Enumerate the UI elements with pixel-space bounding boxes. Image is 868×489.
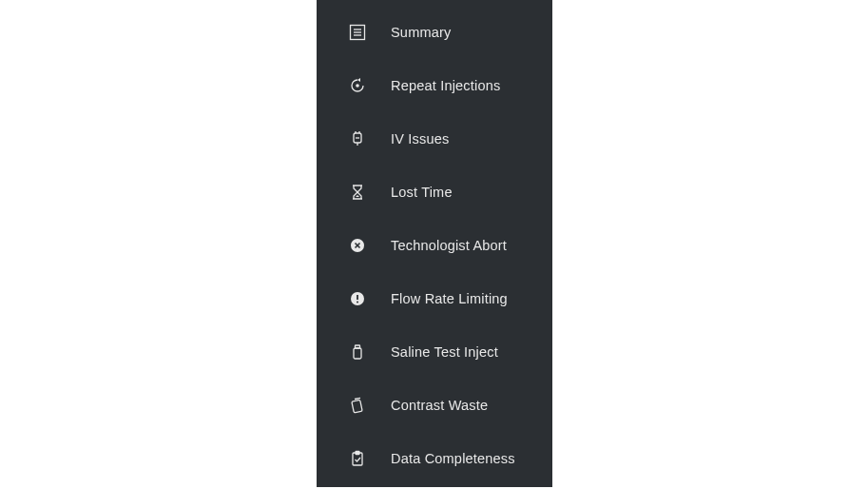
- svg-rect-17: [356, 345, 360, 348]
- sidebar-item-iv-issues[interactable]: IV Issues: [317, 112, 552, 166]
- sidebar-item-data-completeness[interactable]: Data Completeness: [317, 432, 552, 485]
- svg-rect-18: [352, 400, 362, 413]
- waste-icon: [349, 397, 366, 414]
- svg-line-19: [355, 398, 360, 399]
- sidebar-item-label: Technologist Abort: [391, 238, 507, 253]
- svg-point-4: [356, 84, 359, 88]
- svg-rect-21: [356, 452, 359, 455]
- svg-point-15: [357, 302, 358, 303]
- sidebar-item-label: IV Issues: [391, 131, 449, 147]
- sidebar-item-technologist-abort[interactable]: Technologist Abort: [317, 219, 552, 272]
- sidebar-item-contrast-waste[interactable]: Contrast Waste: [317, 379, 552, 432]
- svg-rect-16: [354, 348, 361, 359]
- sidebar-item-label: Lost Time: [391, 185, 453, 200]
- hourglass-icon: [349, 184, 366, 201]
- sidebar-item-summary[interactable]: Summary: [317, 6, 552, 59]
- sidebar-item-lost-time[interactable]: Lost Time: [317, 166, 552, 219]
- vial-icon: [349, 343, 366, 361]
- sidebar-item-saline-test-inject[interactable]: Saline Test Inject: [317, 325, 552, 379]
- sidebar-item-flow-rate-limiting[interactable]: Flow Rate Limiting: [317, 272, 552, 325]
- sidebar-item-label: Contrast Waste: [391, 398, 488, 413]
- sidebar-item-label: Repeat Injections: [391, 78, 500, 93]
- sidebar-item-repeat-injections[interactable]: Repeat Injections: [317, 59, 552, 112]
- abort-icon: [349, 237, 366, 254]
- sidebar-item-label: Summary: [391, 25, 451, 40]
- iv-bag-icon: [349, 130, 366, 147]
- sidebar-item-label: Data Completeness: [391, 451, 515, 466]
- sidebar-item-label: Saline Test Inject: [391, 344, 498, 360]
- sidebar-item-label: Flow Rate Limiting: [391, 291, 508, 306]
- clipboard-check-icon: [349, 450, 366, 467]
- repeat-icon: [349, 77, 366, 94]
- alert-icon: [349, 290, 366, 307]
- summary-icon: [349, 24, 366, 41]
- sidebar: Summary Repeat Injections IV Issues: [317, 0, 552, 487]
